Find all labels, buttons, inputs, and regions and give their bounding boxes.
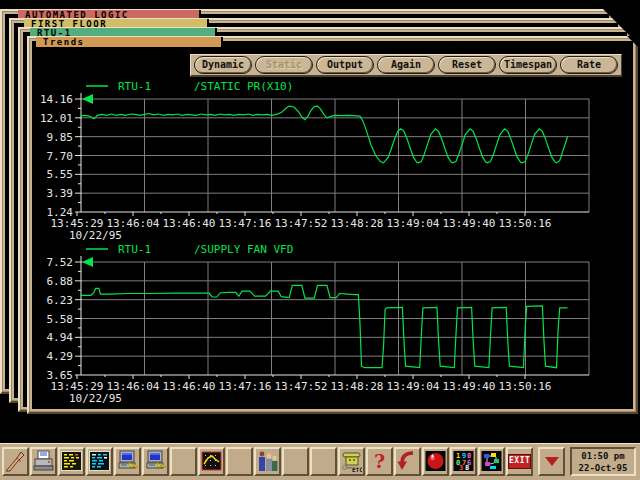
clock-time: 01:50 pm — [572, 450, 634, 462]
alarm-ball-glyph — [425, 450, 446, 473]
terminal-cyan-glyph — [89, 450, 110, 473]
svg-text:12.01: 12.01 — [40, 112, 73, 125]
svg-text:RTU-1: RTU-1 — [118, 243, 151, 256]
svg-text:6.88: 6.88 — [47, 275, 74, 288]
printer-glyph — [33, 450, 54, 473]
svg-text:8: 8 — [465, 464, 469, 472]
chart-supply-fan-vfd: 7.526.886.235.584.944.293.6513:45:2913:4… — [33, 239, 625, 407]
occupants-glyph — [257, 450, 278, 473]
pointer-hand-glyph — [5, 450, 26, 473]
workstation-icon-2[interactable] — [142, 447, 169, 476]
again-button[interactable]: Again — [377, 56, 435, 74]
help-icon[interactable]: ? — [366, 447, 393, 476]
logic-diagram-icon[interactable] — [478, 447, 505, 476]
terminal-amber-glyph — [61, 450, 82, 473]
setpoints-icon[interactable]: 19007638 — [450, 447, 477, 476]
svg-text:13:49:40: 13:49:40 — [443, 380, 496, 393]
phone-etc-icon[interactable]: ETC — [338, 447, 365, 476]
svg-text:13:47:52: 13:47:52 — [275, 380, 328, 393]
svg-text:9.85: 9.85 — [47, 131, 74, 144]
down-arrow-glyph — [545, 457, 559, 466]
trends-client-area: DynamicStaticOutputAgainResetTimespanRat… — [32, 41, 633, 409]
trend-toolbar: DynamicStaticOutputAgainResetTimespanRat… — [190, 54, 622, 77]
svg-text:13:49:40: 13:49:40 — [443, 217, 496, 230]
svg-text:6.23: 6.23 — [47, 294, 74, 307]
svg-text:13:49:04: 13:49:04 — [387, 380, 440, 393]
timespan-button[interactable]: Timespan — [499, 56, 557, 74]
logic-diagram-glyph — [481, 450, 502, 473]
svg-text:14.16: 14.16 — [40, 93, 73, 106]
rate-button[interactable]: Rate — [560, 56, 618, 74]
svg-text:7.70: 7.70 — [47, 150, 74, 163]
chart-static-pressure: 14.1612.019.857.705.553.391.2413:45:2913… — [33, 76, 625, 244]
terminal-amber-icon[interactable] — [58, 447, 85, 476]
svg-text:13:47:52: 13:47:52 — [275, 217, 328, 230]
empty-slot — [282, 447, 309, 476]
trend-graph-glyph — [201, 450, 222, 473]
tab-trends[interactable]: Trends — [36, 37, 223, 48]
taskbar: ETC?19007638EXIT 01:50 pm 22-Oct-95 — [0, 443, 640, 480]
svg-text:5.58: 5.58 — [47, 313, 74, 326]
terminal-cyan-icon[interactable] — [86, 447, 113, 476]
svg-text:13:47:16: 13:47:16 — [219, 380, 272, 393]
window-trends: DynamicStaticOutputAgainResetTimespanRat… — [27, 36, 638, 414]
printer-icon[interactable] — [30, 447, 57, 476]
svg-text:ETC: ETC — [352, 466, 362, 473]
svg-text:3: 3 — [459, 464, 463, 472]
svg-text:?: ? — [374, 450, 385, 472]
svg-text:3.39: 3.39 — [47, 187, 74, 200]
reset-button[interactable]: Reset — [438, 56, 496, 74]
output-button[interactable]: Output — [316, 56, 374, 74]
svg-text:13:46:40: 13:46:40 — [163, 217, 216, 230]
svg-text:13:50:16: 13:50:16 — [499, 380, 552, 393]
clock-panel: 01:50 pm 22-Oct-95 — [570, 447, 636, 476]
svg-text:4.94: 4.94 — [47, 331, 74, 344]
alarm-ball-icon[interactable] — [422, 447, 449, 476]
empty-slot — [310, 447, 337, 476]
svg-text:13:50:16: 13:50:16 — [499, 217, 552, 230]
clock-date: 22-Oct-95 — [572, 462, 634, 474]
svg-text:13:46:40: 13:46:40 — [163, 380, 216, 393]
exit-label: EXIT — [508, 454, 531, 469]
workstation-icon[interactable] — [114, 447, 141, 476]
pointer-hand-icon[interactable] — [2, 447, 29, 476]
workstation-2-glyph — [145, 450, 166, 473]
menu-down-icon[interactable] — [538, 447, 565, 476]
occupants-icon[interactable] — [254, 447, 281, 476]
svg-text:7.52: 7.52 — [47, 256, 74, 269]
empty-slot — [170, 447, 197, 476]
svg-text:10/22/95: 10/22/95 — [69, 392, 122, 403]
svg-text:4.29: 4.29 — [47, 350, 74, 363]
empty-slot — [226, 447, 253, 476]
svg-text:RTU-1: RTU-1 — [118, 80, 151, 93]
svg-text:13:47:16: 13:47:16 — [219, 217, 272, 230]
svg-text:13:48:28: 13:48:28 — [331, 217, 384, 230]
static-button: Static — [255, 56, 313, 74]
svg-text:/STATIC PR(X10): /STATIC PR(X10) — [194, 80, 293, 93]
exit-button[interactable]: EXIT — [506, 447, 533, 476]
undo-glyph — [397, 450, 418, 473]
svg-text:13:49:04: 13:49:04 — [387, 217, 440, 230]
svg-text:5.55: 5.55 — [47, 168, 74, 181]
svg-text:/SUPPLY FAN VFD: /SUPPLY FAN VFD — [194, 243, 293, 256]
undo-icon[interactable] — [394, 447, 421, 476]
phone-etc-glyph: ETC — [341, 450, 362, 473]
desktop: AUTOMATED LOGIC FIRST FLOOR RTU-1 Dynami… — [0, 0, 640, 480]
workstation-glyph — [117, 450, 138, 473]
dynamic-button[interactable]: Dynamic — [194, 56, 252, 74]
trend-graph-icon[interactable] — [198, 447, 225, 476]
setpoints-glyph: 19007638 — [453, 450, 474, 473]
svg-text:13:48:28: 13:48:28 — [331, 380, 384, 393]
help-glyph: ? — [369, 450, 390, 473]
